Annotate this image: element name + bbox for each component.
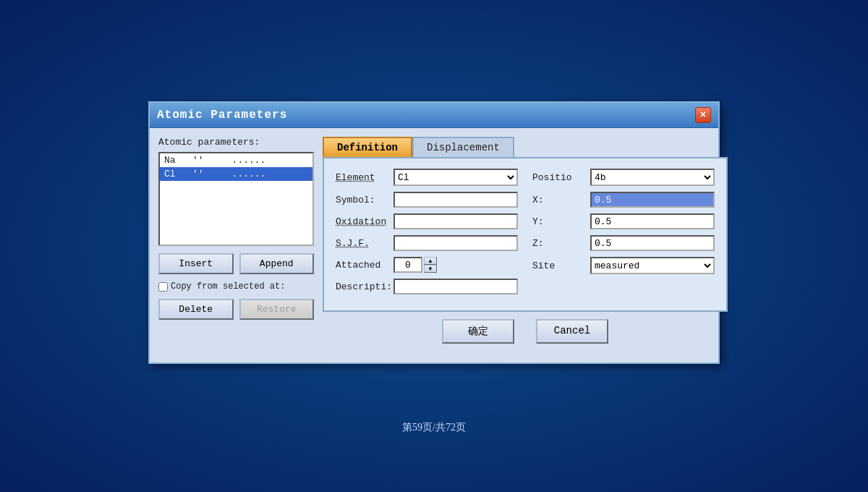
symbol-label: Symbol: [336, 195, 393, 205]
atom-list[interactable]: Na '' ...... Cl '' ...... [158, 152, 314, 246]
atomic-parameters-dialog: Atomic Parameters × Atomic parameters: N… [148, 101, 720, 364]
tab-definition-content: Element Cl Na Symbol: [323, 157, 728, 312]
spinner-up-button[interactable]: ▲ [424, 257, 437, 265]
title-bar: Atomic Parameters × [150, 103, 718, 128]
tab-bar: Definition Displacement [323, 137, 728, 157]
y-row: Y: [532, 213, 715, 229]
form-grid: Element Cl Na Symbol: [336, 169, 715, 300]
cancel-button[interactable]: Cancel [536, 319, 608, 344]
element-label: Element [336, 172, 393, 183]
right-col: Positio 4b 4a 8c X: [532, 169, 715, 300]
attached-label: Attached [336, 260, 393, 271]
z-label: Z: [532, 238, 590, 249]
page-label: 第59页/共72页 [402, 421, 466, 434]
left-panel: Atomic parameters: Na '' ...... Cl '' ..… [158, 137, 314, 354]
spinner-down-button[interactable]: ▼ [424, 265, 437, 273]
symbol-row: Symbol: [336, 192, 518, 208]
close-button[interactable]: × [695, 107, 711, 123]
delete-button[interactable]: Delete [158, 299, 234, 320]
oxidation-input[interactable] [393, 213, 518, 229]
site-select[interactable]: measured calculated fixed [590, 257, 715, 274]
confirm-button[interactable]: 确定 [442, 319, 514, 344]
append-button[interactable]: Append [239, 253, 315, 274]
x-label: X: [532, 195, 590, 205]
description-input[interactable] [393, 279, 518, 294]
tab-definition[interactable]: Definition [323, 137, 412, 157]
dialog-body: Atomic parameters: Na '' ...... Cl '' ..… [150, 128, 718, 362]
sjf-label: S.J.F. [336, 238, 393, 249]
copy-checkbox-row: Copy from selected at: [158, 281, 314, 292]
element-row: Element Cl Na [336, 169, 518, 186]
restore-button[interactable]: Restore [239, 299, 315, 320]
site-row: Site measured calculated fixed [532, 257, 715, 274]
z-input[interactable] [590, 235, 715, 251]
dialog-title: Atomic Parameters [157, 109, 287, 122]
list-item[interactable]: Na '' ...... [160, 153, 312, 167]
tab-displacement[interactable]: Displacement [412, 137, 514, 157]
copy-checkbox[interactable] [158, 282, 168, 292]
delete-restore-row: Delete Restore [158, 299, 314, 320]
attached-input[interactable] [393, 257, 422, 273]
dialog-footer: 确定 Cancel [323, 312, 728, 354]
right-panel: Definition Displacement Element Cl Na [323, 137, 728, 354]
insert-append-row: Insert Append [158, 253, 314, 274]
sjf-row: S.J.F. [336, 235, 518, 251]
position-select[interactable]: 4b 4a 8c [590, 169, 715, 186]
element-select[interactable]: Cl Na [393, 169, 518, 186]
atomic-params-label: Atomic parameters: [158, 137, 314, 148]
attached-row: Attached ▲ ▼ [336, 257, 518, 273]
symbol-input[interactable] [393, 192, 518, 208]
z-row: Z: [532, 235, 715, 251]
oxidation-row: Oxidation [336, 213, 518, 229]
x-row: X: [532, 192, 715, 208]
oxidation-label: Oxidation [336, 216, 393, 227]
site-label: Site [532, 260, 590, 271]
left-col: Element Cl Na Symbol: [336, 169, 518, 300]
y-label: Y: [532, 216, 590, 227]
spinner-buttons: ▲ ▼ [424, 257, 437, 273]
list-item[interactable]: Cl '' ...... [160, 167, 312, 181]
copy-label: Copy from selected at: [171, 281, 285, 292]
description-row: Descripti: [336, 279, 518, 294]
position-label: Positio [532, 172, 590, 183]
x-input[interactable] [590, 192, 715, 208]
description-label: Descripti: [336, 281, 393, 292]
sjf-input[interactable] [393, 235, 518, 251]
insert-button[interactable]: Insert [158, 253, 234, 274]
position-row: Positio 4b 4a 8c [532, 169, 715, 186]
y-input[interactable] [590, 213, 715, 229]
attached-spinner: ▲ ▼ [393, 257, 437, 273]
